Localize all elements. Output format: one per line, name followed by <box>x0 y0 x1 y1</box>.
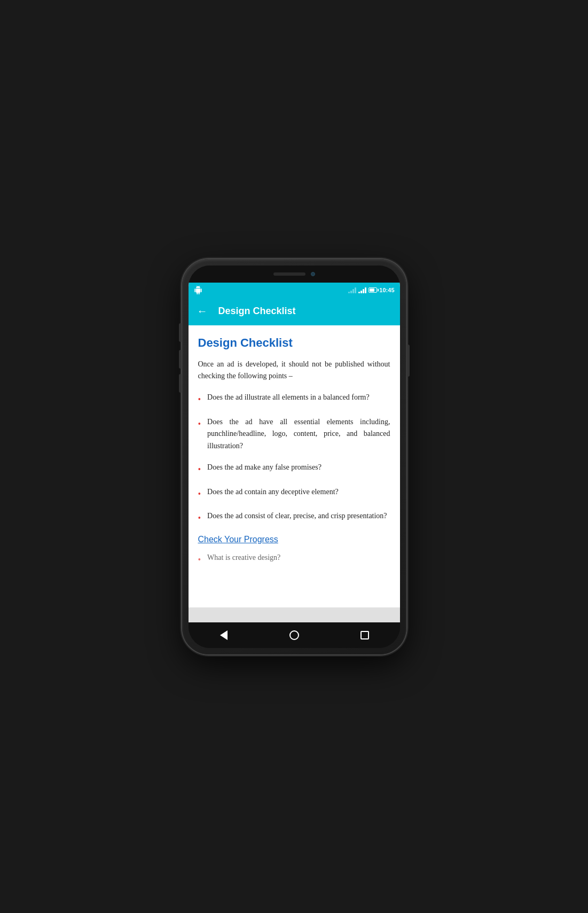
bullet-1: • <box>198 393 201 407</box>
phone-screen-container: 10:45 ← Design Checklist Design Checklis… <box>189 266 400 648</box>
status-right: 10:45 <box>348 287 394 293</box>
partial-item-text: What is creative design? <box>207 552 280 564</box>
back-button[interactable]: ← <box>197 305 208 317</box>
checklist-list: • Does the ad illustrate all elements in… <box>198 392 390 525</box>
checklist-item: • Does the ad illustrate all elements in… <box>198 392 390 407</box>
bullet-4: • <box>198 487 201 501</box>
intro-paragraph: Once an ad is developed, it should not b… <box>198 358 390 383</box>
signal-empty-icon <box>348 287 356 293</box>
front-camera <box>311 272 315 276</box>
bottom-fade-area <box>189 607 400 622</box>
phone-device: 10:45 ← Design Checklist Design Checklis… <box>182 259 406 654</box>
bullet-2: • <box>198 417 201 431</box>
signal-full-icon <box>358 287 366 293</box>
phone-top-hardware <box>189 266 400 283</box>
status-bar: 10:45 <box>189 283 400 298</box>
app-bar-title: Design Checklist <box>218 306 296 317</box>
bullet-5: • <box>198 511 201 525</box>
content-area[interactable]: Design Checklist Once an ad is developed… <box>189 325 400 607</box>
nav-recent-button[interactable] <box>354 625 375 646</box>
checklist-text-5: Does the ad consist of clear, precise, a… <box>207 510 387 522</box>
partial-bullet: • <box>198 553 201 567</box>
checklist-text-2: Does the ad have all essential elements … <box>207 416 390 452</box>
checklist-text-1: Does the ad illustrate all elements in a… <box>207 392 370 403</box>
check-progress-link[interactable]: Check Your Progress <box>198 535 390 544</box>
checklist-item: • Does the ad have all essential element… <box>198 416 390 452</box>
checklist-item: • Does the ad consist of clear, precise,… <box>198 510 390 525</box>
checklist-text-3: Does the ad make any false promises? <box>207 462 322 473</box>
nav-recent-icon <box>360 631 369 639</box>
speaker-grille <box>273 272 305 276</box>
battery-fill <box>370 288 374 292</box>
status-time: 10:45 <box>379 287 394 293</box>
screen: 10:45 ← Design Checklist Design Checklis… <box>189 283 400 622</box>
navigation-bar <box>189 622 400 648</box>
checklist-item: • Does the ad make any false promises? <box>198 462 390 477</box>
page-title: Design Checklist <box>198 336 390 350</box>
bullet-3: • <box>198 463 201 477</box>
nav-home-icon <box>289 630 299 640</box>
android-icon <box>194 286 202 294</box>
battery-icon <box>369 287 377 293</box>
checklist-item: • Does the ad contain any deceptive elem… <box>198 486 390 501</box>
status-left <box>194 286 202 294</box>
checklist-text-4: Does the ad contain any deceptive elemen… <box>207 486 339 498</box>
app-bar: ← Design Checklist <box>189 298 400 325</box>
nav-back-icon <box>220 630 228 640</box>
nav-back-button[interactable] <box>213 625 234 646</box>
nav-home-button[interactable] <box>284 625 305 646</box>
partial-list-item: • What is creative design? <box>198 552 390 567</box>
